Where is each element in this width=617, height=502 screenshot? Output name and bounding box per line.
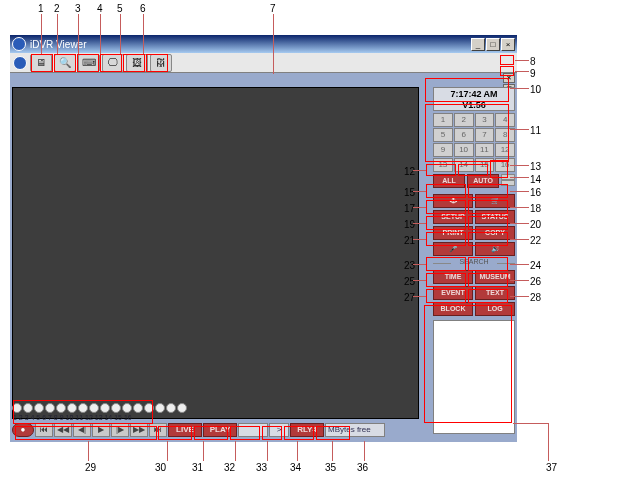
camera-led: [100, 403, 110, 413]
version-label: V1.56: [434, 100, 514, 111]
search-event-button[interactable]: EVENT: [433, 286, 473, 300]
camera-led: [166, 403, 176, 413]
camera-led-row: [12, 402, 515, 414]
copy-button[interactable]: COPY: [475, 226, 515, 240]
camera-button-6[interactable]: 6: [454, 128, 474, 142]
title-bar: iDVR Viewer _ □ ×: [10, 35, 517, 53]
camera-led: [89, 403, 99, 413]
spinner-field[interactable]: >: [269, 423, 289, 437]
camera-button-14[interactable]: 14: [454, 158, 474, 172]
ptz-panel-button[interactable]: 🕹: [433, 194, 473, 208]
bottom-bar: 1 2 3 4 5 6 7 8 9 10 11 12 13 14 15 16 ●…: [12, 402, 515, 440]
camera-button-15[interactable]: 15: [475, 158, 495, 172]
minimize-button[interactable]: _: [471, 38, 485, 51]
camera-led: [144, 403, 154, 413]
camera-button-8[interactable]: 8: [495, 128, 515, 142]
camera-number-strip: 1 2 3 4 5 6 7 8 9 10 11 12 13 14 15 16: [12, 414, 515, 421]
camera-led: [155, 403, 165, 413]
rewind-button[interactable]: ◀◀: [54, 423, 72, 437]
camera-button-7[interactable]: 7: [475, 128, 495, 142]
status-field-1: [238, 423, 268, 437]
camera-button-10[interactable]: 10: [454, 143, 474, 157]
search-block-button[interactable]: BLOCK: [433, 302, 473, 316]
play-button[interactable]: ▶: [92, 423, 110, 437]
speaker-button[interactable]: 🔊: [475, 242, 515, 256]
layout-button[interactable]: 🖵: [102, 54, 124, 72]
camera-button-1[interactable]: 1: [433, 113, 453, 127]
live-mode-button[interactable]: LIVE: [168, 423, 202, 437]
camera-led: [122, 403, 132, 413]
search-text-button[interactable]: TEXT: [475, 286, 515, 300]
play-mode-button[interactable]: PLAY: [203, 423, 237, 437]
mic-button[interactable]: 🎤: [433, 242, 473, 256]
search-header: SEARCH: [433, 258, 515, 268]
first-frame-button[interactable]: ⏮: [35, 423, 53, 437]
inner-close-button[interactable]: ✕: [503, 73, 515, 83]
exit-button[interactable]: 🕅: [150, 54, 172, 72]
camera-keypad: 1 2 3 4 5 6 7 8 9 10 11 12 13 14 15 16: [433, 113, 515, 172]
camera-led: [12, 403, 22, 413]
video-viewport[interactable]: [12, 87, 419, 419]
layout-spinner[interactable]: [501, 174, 515, 188]
search-log-button[interactable]: LOG: [475, 302, 515, 316]
camera-led: [34, 403, 44, 413]
connect-button[interactable]: 🖥: [30, 54, 52, 72]
fast-forward-button[interactable]: ▶▶: [130, 423, 148, 437]
search-museum-button[interactable]: MUSEUM: [475, 270, 515, 284]
camera-button-12[interactable]: 12: [495, 143, 515, 157]
camera-led: [177, 403, 187, 413]
status-button[interactable]: STATUS: [475, 210, 515, 224]
camera-led: [67, 403, 77, 413]
camera-led: [45, 403, 55, 413]
camera-button-11[interactable]: 11: [475, 143, 495, 157]
auto-button[interactable]: AUTO: [467, 174, 499, 188]
camera-button-2[interactable]: 2: [454, 113, 474, 127]
transport-row: ● ⏮ ◀◀ ◀| ▶ |▶ ▶▶ ⏭ LIVE PLAY > RLY4 MBy…: [12, 423, 515, 437]
print-button[interactable]: PRINT: [433, 226, 473, 240]
main-toolbar: 🖥 🔍 ⌨ 🖵 🖼 🕅: [10, 53, 517, 73]
maximize-button[interactable]: □: [486, 38, 500, 51]
relay-button[interactable]: RLY4: [290, 423, 324, 437]
app-window: iDVR Viewer _ □ × 🖥 🔍 ⌨ 🖵 🖼 🕅 ✕ ▢ 7:17:4…: [10, 35, 517, 442]
bytes-free-label: MBytes free: [325, 423, 385, 437]
record-button[interactable]: ●: [12, 423, 34, 437]
ptz-button[interactable]: 🖼: [126, 54, 148, 72]
step-back-button[interactable]: ◀|: [73, 423, 91, 437]
camera-button-9[interactable]: 9: [433, 143, 453, 157]
settings-button[interactable]: ⌨: [78, 54, 100, 72]
search-button[interactable]: 🔍: [54, 54, 76, 72]
camera-button-13[interactable]: 13: [433, 158, 453, 172]
clock-panel: 7:17:42 AM V1.56: [433, 87, 515, 111]
camera-button-3[interactable]: 3: [475, 113, 495, 127]
camera-button-5[interactable]: 5: [433, 128, 453, 142]
camera-led: [78, 403, 88, 413]
camera-led: [133, 403, 143, 413]
search-time-button[interactable]: TIME: [433, 270, 473, 284]
window-title: iDVR Viewer: [30, 39, 87, 50]
app-icon: [12, 37, 26, 51]
setup-button[interactable]: SETUP: [433, 210, 473, 224]
step-forward-button[interactable]: |▶: [111, 423, 129, 437]
camera-led: [23, 403, 33, 413]
close-button[interactable]: ×: [501, 38, 515, 51]
logo-icon: [13, 56, 27, 70]
side-panel: 7:17:42 AM V1.56 1 2 3 4 5 6 7 8 9 10 11…: [433, 87, 515, 434]
cart-button[interactable]: 🛒: [475, 194, 515, 208]
all-button[interactable]: ALL: [433, 174, 465, 188]
camera-led: [111, 403, 121, 413]
camera-button-4[interactable]: 4: [495, 113, 515, 127]
camera-button-16[interactable]: 16: [495, 158, 515, 172]
client-area: ✕ ▢ 7:17:42 AM V1.56 1 2 3 4 5 6 7 8 9 1…: [10, 73, 517, 442]
clock-time: 7:17:42 AM: [434, 89, 514, 100]
camera-led: [56, 403, 66, 413]
last-frame-button[interactable]: ⏭: [149, 423, 167, 437]
